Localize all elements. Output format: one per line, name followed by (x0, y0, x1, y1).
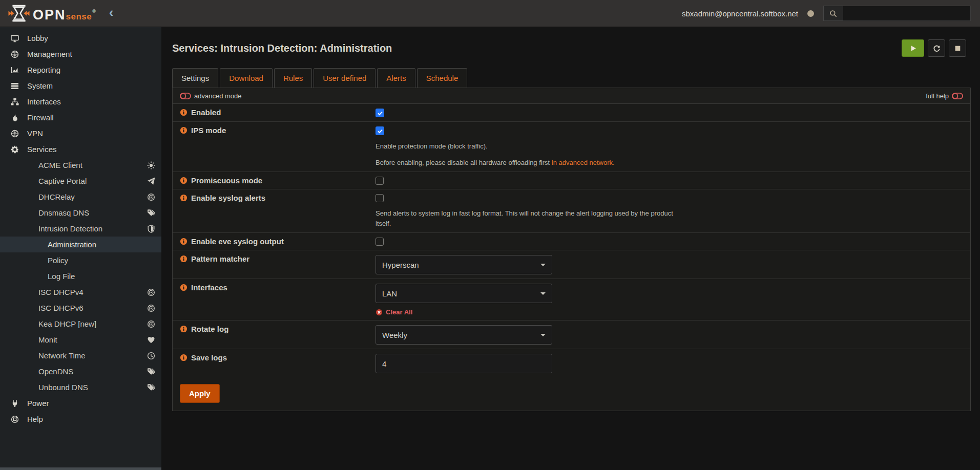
selected-value: Weekly (382, 331, 407, 339)
toggle-off-icon (952, 93, 963, 99)
info-circle-icon[interactable] (180, 108, 187, 116)
setting-row-pattern-matcher: Pattern matcherHyperscan (173, 250, 970, 279)
save-logs-input[interactable] (376, 354, 552, 373)
sidebar-item-label: Monit (38, 335, 57, 344)
sidebar-item-monit[interactable]: Monit (0, 332, 161, 348)
sidebar-item-isc-dhcpv4[interactable]: ISC DHCPv4 (0, 284, 161, 300)
sidebar-item-network-time[interactable]: Network Time (0, 348, 161, 364)
restart-service-button[interactable] (928, 39, 945, 57)
settings-panel: advanced mode full help EnabledIPS modeE… (172, 88, 971, 411)
sun-icon (147, 161, 155, 169)
sidebar-item-vpn[interactable]: VPN (0, 125, 161, 141)
sidebar-item-interfaces[interactable]: Interfaces (0, 94, 161, 110)
sidebar-item-label: Administration (48, 240, 96, 249)
rotate-log-select[interactable]: Weekly (376, 325, 552, 345)
setting-row-enable-syslog-alerts: Enable syslog alertsSend alerts to syste… (173, 189, 970, 233)
sidebar-item-label: ISC DHCPv4 (38, 288, 84, 296)
interfaces-select[interactable]: LAN (376, 284, 552, 303)
stop-icon (954, 45, 962, 52)
topbar: OPNsense® ‹ sbxadmin@opncentral.softbox.… (0, 0, 980, 27)
tab-schedule[interactable]: Schedule (417, 68, 468, 88)
start-service-button[interactable] (902, 39, 924, 57)
sidebar-item-kea-dhcp-new[interactable]: Kea DHCP [new] (0, 316, 161, 332)
sidebar-item-dhcrelay[interactable]: DHCRelay (0, 189, 161, 205)
apply-button[interactable]: Apply (180, 384, 220, 403)
stop-service-button[interactable] (949, 39, 966, 57)
sidebar-item-label: Firewall (27, 113, 54, 122)
info-circle-icon[interactable] (180, 176, 187, 184)
sidebar-item-label: System (27, 81, 53, 90)
sidebar-collapse-icon[interactable]: ‹ (109, 6, 114, 21)
area-chart-icon (11, 66, 20, 74)
refresh-icon (933, 45, 941, 52)
enabled-checkbox[interactable] (376, 109, 384, 117)
tags-icon (147, 209, 155, 217)
info-circle-icon[interactable] (180, 237, 187, 245)
sidebar-item-label: Dnsmasq DNS (38, 208, 89, 217)
fire-icon (11, 114, 20, 122)
setting-row-enabled: Enabled (173, 104, 970, 122)
info-circle-icon[interactable] (180, 325, 187, 333)
info-circle-icon[interactable] (180, 353, 187, 361)
clock-icon (147, 352, 155, 360)
tab-alerts[interactable]: Alerts (377, 68, 415, 88)
sidebar-item-reporting[interactable]: Reporting (0, 62, 161, 78)
sidebar-item-label: Services (27, 145, 57, 154)
heart-icon (147, 336, 155, 344)
sidebar-item-captive-portal[interactable]: Captive Portal (0, 173, 161, 189)
sidebar-item-acme-client[interactable]: ACME Client (0, 157, 161, 173)
list-icon (11, 82, 20, 90)
info-circle-icon[interactable] (180, 283, 187, 291)
bullseye-icon (147, 320, 155, 328)
sidebar-item-firewall[interactable]: Firewall (0, 110, 161, 125)
sidebar-item-label: Policy (48, 256, 68, 265)
setting-row-interfaces: InterfacesLANClear All (173, 279, 970, 321)
sidebar-item-services[interactable]: Services (0, 141, 161, 157)
sidebar-item-label: VPN (27, 129, 43, 138)
help-text: Before enabling, please disable all hard… (376, 158, 683, 168)
sidebar-item-policy[interactable]: Policy (0, 252, 161, 268)
brand-sense: sense (66, 12, 92, 22)
pattern-matcher-select[interactable]: Hyperscan (376, 255, 552, 274)
page-title: Services: Intrusion Detection: Administr… (172, 42, 392, 54)
promiscuous-mode-checkbox[interactable] (376, 177, 384, 185)
info-circle-icon[interactable] (180, 254, 187, 263)
sidebar-item-opendns[interactable]: OpenDNS (0, 364, 161, 379)
tags-icon (147, 368, 155, 376)
sidebar-item-unbound-dns[interactable]: Unbound DNS (0, 379, 161, 395)
search-icon[interactable] (823, 6, 843, 21)
sidebar-item-management[interactable]: Management (0, 46, 161, 62)
caret-down-icon (540, 264, 546, 266)
globe-icon (11, 130, 20, 138)
info-circle-icon[interactable] (180, 194, 187, 202)
tab-rules[interactable]: Rules (274, 68, 312, 88)
caret-down-icon (540, 334, 546, 336)
sidebar-item-isc-dhcpv6[interactable]: ISC DHCPv6 (0, 300, 161, 316)
advanced-mode-toggle[interactable]: advanced mode (180, 92, 242, 100)
sidebar-item-system[interactable]: System (0, 78, 161, 94)
logged-in-user[interactable]: sbxadmin@opncentral.softbox.net (682, 9, 798, 18)
search-input[interactable] (843, 6, 971, 21)
enable-syslog-alerts-checkbox[interactable] (376, 194, 384, 202)
brand-registered-mark: ® (92, 9, 96, 14)
sidebar-item-log-file[interactable]: Log File (0, 268, 161, 284)
info-circle-icon[interactable] (180, 126, 187, 134)
tab-download[interactable]: Download (220, 68, 273, 88)
sidebar-item-administration[interactable]: Administration (0, 237, 161, 252)
help-link[interactable]: in advanced network (552, 159, 613, 166)
tab-user-defined[interactable]: User defined (314, 68, 376, 88)
full-help-label: full help (926, 92, 949, 100)
full-help-toggle[interactable]: full help (926, 92, 963, 100)
sidebar-item-lobby[interactable]: Lobby (0, 30, 161, 46)
clear-all-button[interactable]: Clear All (376, 308, 963, 316)
sidebar-item-power[interactable]: Power (0, 395, 161, 411)
sidebar-item-dnsmasq-dns[interactable]: Dnsmasq DNS (0, 205, 161, 221)
selected-value: Hyperscan (382, 261, 419, 269)
enable-eve-syslog-output-checkbox[interactable] (376, 238, 384, 246)
sidebar-item-intrusion-detection[interactable]: Intrusion Detection (0, 221, 161, 237)
ips-mode-checkbox[interactable] (376, 126, 384, 135)
opnsense-logo[interactable]: OPNsense® (8, 5, 96, 22)
times-circle-icon (376, 309, 383, 316)
tab-settings[interactable]: Settings (172, 68, 218, 88)
sidebar-item-help[interactable]: Help (0, 411, 161, 427)
